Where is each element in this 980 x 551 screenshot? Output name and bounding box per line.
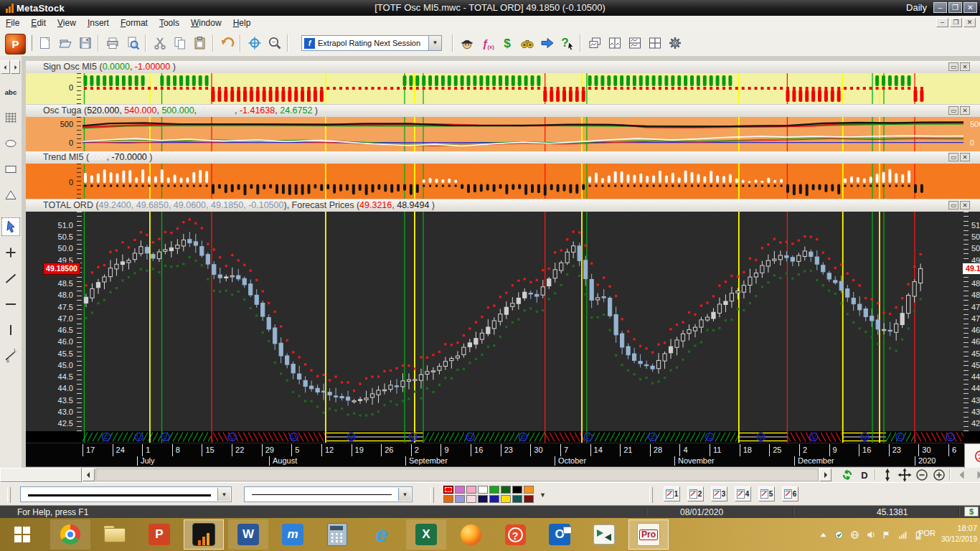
triangle-tool-button[interactable] bbox=[2, 187, 19, 204]
line-style-select[interactable]: ▼ bbox=[20, 486, 232, 502]
print-button[interactable] bbox=[103, 34, 122, 52]
restore-button[interactable] bbox=[948, 2, 962, 13]
money-button[interactable]: $ bbox=[498, 34, 517, 52]
taskbar-firefox[interactable] bbox=[451, 519, 491, 550]
toolbar-grip[interactable] bbox=[29, 35, 32, 51]
chevron-down-icon[interactable]: ▼ bbox=[217, 488, 230, 501]
scroll-left-button[interactable] bbox=[83, 468, 95, 481]
rescale-button[interactable] bbox=[245, 34, 264, 52]
taskbar-metastock[interactable] bbox=[184, 519, 224, 550]
tray-volume-icon[interactable] bbox=[866, 529, 875, 542]
taskbar-internet-explorer[interactable]: e bbox=[362, 519, 402, 550]
panel-header-total-ord[interactable]: TOTAL ORD (49.2400, 49.6850, 49.0600, 49… bbox=[26, 199, 980, 212]
menu-format[interactable]: Format bbox=[115, 16, 154, 30]
child-minimize-button[interactable]: – bbox=[936, 18, 948, 27]
chart-template-button-6[interactable]: 6 bbox=[782, 486, 798, 501]
color-swatch[interactable] bbox=[512, 486, 522, 494]
color-swatch[interactable] bbox=[524, 495, 534, 503]
rect-tool-button[interactable] bbox=[2, 161, 19, 178]
tile-h-button[interactable] bbox=[626, 34, 644, 52]
go-arrow-button[interactable] bbox=[538, 34, 557, 52]
taskbar-maxthon[interactable]: m bbox=[273, 519, 313, 550]
trend-mi5-chart[interactable] bbox=[83, 164, 963, 199]
menu-window[interactable]: Window bbox=[185, 16, 227, 30]
menu-edit[interactable]: Edit bbox=[25, 16, 52, 30]
chart-template-button-1[interactable]: 1 bbox=[664, 486, 680, 501]
panel-close-button[interactable]: ✕ bbox=[960, 106, 970, 115]
scrollbar-track[interactable] bbox=[95, 468, 819, 481]
start-button[interactable] bbox=[0, 518, 44, 551]
pan-button[interactable] bbox=[897, 468, 913, 482]
taskbar-outlook[interactable]: O bbox=[540, 519, 580, 550]
child-restore-button[interactable]: ❐ bbox=[950, 18, 962, 27]
color-swatch[interactable] bbox=[455, 486, 465, 494]
tray-signal-icon[interactable] bbox=[897, 529, 907, 542]
ellipse-tool-button[interactable] bbox=[2, 135, 19, 152]
menu-view[interactable]: View bbox=[52, 16, 82, 30]
fx-button[interactable]: ƒ(x) bbox=[478, 34, 496, 52]
panel-close-button[interactable]: ✕ bbox=[960, 201, 970, 209]
cut-button[interactable] bbox=[151, 34, 169, 52]
line-weight-select[interactable]: ▼ bbox=[244, 486, 413, 502]
preview-button[interactable] bbox=[123, 34, 142, 52]
refresh-button[interactable] bbox=[839, 468, 855, 482]
grid-tool-button[interactable] bbox=[2, 109, 19, 126]
osc-tuga-panel[interactable]: 50005000 bbox=[26, 117, 980, 151]
panel-restore-button[interactable]: ▭ bbox=[948, 201, 958, 209]
tile-grid-button[interactable] bbox=[646, 34, 664, 52]
panel-close-button[interactable]: ✕ bbox=[960, 153, 970, 161]
chart-template-button-3[interactable]: 3 bbox=[711, 486, 727, 501]
gear-button[interactable] bbox=[666, 34, 684, 52]
color-swatch[interactable] bbox=[501, 495, 511, 503]
prev-button[interactable] bbox=[954, 468, 970, 482]
toolbar-grip[interactable] bbox=[430, 487, 434, 503]
tray-network-icon[interactable] bbox=[850, 529, 859, 542]
taskbar-powerpoint[interactable]: P bbox=[139, 519, 179, 550]
taskbar-calculator[interactable] bbox=[317, 519, 357, 550]
chart-template-button-5[interactable]: 5 bbox=[758, 486, 775, 501]
regression-button[interactable]: SL bbox=[2, 347, 19, 364]
expert-advisor-select[interactable]: fExtrapol Rating Next Session▼ bbox=[301, 35, 442, 51]
color-swatch[interactable] bbox=[524, 486, 534, 494]
crosshair-plus-button[interactable] bbox=[2, 244, 19, 261]
minimize-button[interactable] bbox=[933, 2, 947, 13]
vscale-button[interactable] bbox=[880, 468, 895, 482]
taskbar-excel[interactable]: X bbox=[406, 519, 446, 550]
tray-battery-icon[interactable] bbox=[913, 529, 923, 542]
copy-button[interactable] bbox=[171, 34, 189, 52]
zoom-box-button[interactable] bbox=[265, 34, 284, 52]
taskbar-flowchart[interactable] bbox=[584, 519, 624, 550]
color-swatch[interactable] bbox=[512, 495, 522, 503]
candlestick-chart[interactable] bbox=[83, 212, 963, 431]
zoom-in-button[interactable] bbox=[931, 468, 947, 482]
taskbar-file-explorer[interactable] bbox=[95, 519, 135, 550]
taskbar-help-app[interactable]: ? bbox=[495, 519, 535, 550]
cascade-button[interactable] bbox=[585, 34, 604, 52]
palette-dropdown-icon[interactable]: ▼ bbox=[540, 491, 546, 499]
scroll-right-button[interactable] bbox=[819, 468, 831, 481]
taskbar-metastock-pro[interactable]: Pro bbox=[628, 519, 669, 550]
tray-usb-icon[interactable] bbox=[834, 529, 844, 542]
scroll-left-button[interactable] bbox=[1, 60, 10, 74]
chevron-down-icon[interactable]: ▼ bbox=[428, 36, 441, 50]
chevron-down-icon[interactable]: ▼ bbox=[398, 488, 411, 501]
next-button[interactable] bbox=[971, 468, 980, 482]
taskbar-chrome[interactable] bbox=[50, 519, 90, 550]
close-button[interactable] bbox=[963, 2, 977, 13]
toolbar-grip[interactable] bbox=[7, 487, 11, 503]
osc-tuga-chart[interactable] bbox=[83, 117, 963, 151]
panel-close-button[interactable]: ✕ bbox=[960, 62, 970, 71]
color-swatch[interactable] bbox=[443, 486, 453, 494]
daily-button[interactable]: D bbox=[857, 468, 872, 482]
forecast-mood-button[interactable] bbox=[964, 443, 980, 468]
help-pointer-button[interactable]: ? bbox=[558, 34, 577, 52]
color-swatch[interactable] bbox=[443, 495, 453, 503]
text-note-button[interactable]: abc bbox=[2, 83, 19, 100]
save-button[interactable] bbox=[76, 34, 95, 52]
color-swatch[interactable] bbox=[478, 486, 488, 494]
panel-header-osc-tuga[interactable]: Osc Tuga (520.000, 540.000, 500.000, -54… bbox=[26, 105, 980, 118]
trend-mi5-panel[interactable]: 0 bbox=[26, 164, 980, 199]
color-swatch[interactable] bbox=[489, 486, 499, 494]
menu-tools[interactable]: Tools bbox=[154, 16, 185, 30]
menu-insert[interactable]: Insert bbox=[82, 16, 115, 30]
